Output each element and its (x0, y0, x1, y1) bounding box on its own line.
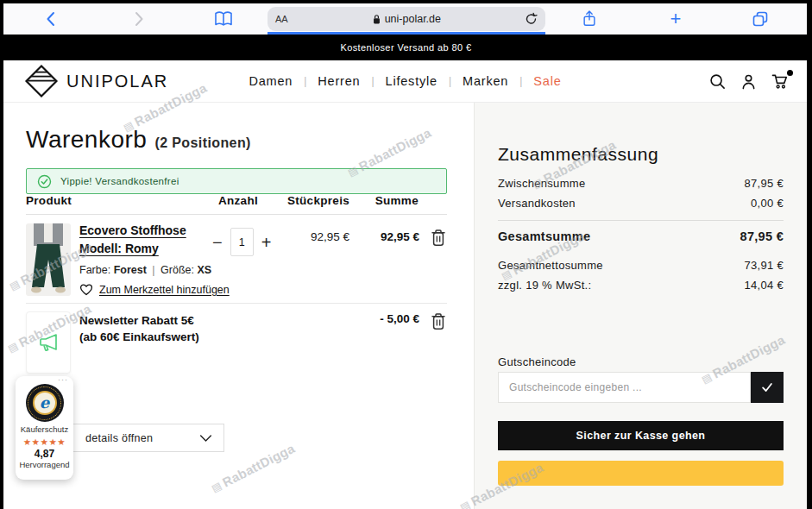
cart-icon[interactable] (771, 72, 790, 90)
attr-color-value: Forest (114, 264, 147, 276)
browser-toolbar: AA uni-polar.de + (3, 3, 807, 35)
grand-total-row: Gesamtsumme 87,95 € (498, 229, 784, 243)
shipping-row: Versandkosten 0,00 € (498, 197, 784, 210)
remove-item-icon[interactable] (430, 229, 447, 251)
cart-table-header: Produkt Anzahl Stückpreis Summe (26, 194, 447, 215)
cart-position-count: (2 Positionen) (154, 135, 250, 151)
item-sum: 92,95 € (361, 230, 419, 243)
vat-value: 14,04 € (745, 279, 784, 292)
paypal-button[interactable] (498, 461, 784, 486)
share-icon[interactable] (575, 3, 604, 35)
add-to-wishlist-link[interactable]: Zum Merkzettel hinzufügen (79, 283, 230, 296)
shipping-value: 0,00 € (751, 197, 784, 210)
account-icon[interactable] (740, 73, 757, 90)
badge-grade: Hervorragend (16, 460, 73, 469)
checkout-button[interactable]: Sicher zur Kasse gehen (498, 421, 784, 450)
badge-score: 4,87 (16, 448, 73, 460)
heart-icon (79, 283, 93, 296)
discount-image (26, 311, 71, 374)
cart-badge-dot (787, 70, 793, 76)
discount-item-row: Newsletter Rabatt 5€ (ab 60€ Einkaufswer… (26, 310, 447, 374)
voucher-form (498, 372, 784, 403)
reader-mode-button[interactable]: AA (275, 14, 288, 24)
wishlist-label: Zum Merkzettel hinzufügen (99, 284, 230, 296)
summary-title: Zusammenfassung (498, 144, 658, 165)
net-total-row: Gesamtnettosumme 73,91 € (498, 259, 784, 272)
nav-item-sale[interactable]: Sale (533, 74, 561, 88)
badge-service-label: Käuferschutz (16, 424, 73, 434)
screenshot-root: AA uni-polar.de + Kostenloser Versand ab… (0, 0, 812, 509)
page-title: Warenkorb (26, 126, 147, 154)
net-total-value: 73,91 € (745, 259, 784, 272)
remove-discount-icon[interactable] (430, 312, 447, 335)
badge-menu-dots[interactable]: ··· (58, 375, 68, 384)
column-unit-price: Stückpreis (280, 194, 349, 207)
free-shipping-alert: Yippie! Versandkostenfrei (26, 168, 447, 194)
nav-item-damen[interactable]: Damen (249, 74, 293, 88)
quantity-decrease-button[interactable]: − (212, 234, 223, 251)
badge-stars: ★★★★★ (16, 437, 73, 447)
bookmarks-icon[interactable] (209, 3, 238, 35)
url-bar[interactable]: AA uni-polar.de (268, 7, 545, 31)
new-tab-icon[interactable]: + (661, 3, 690, 35)
attr-size-value: XS (197, 264, 211, 276)
megaphone-icon (38, 333, 59, 352)
promo-bar: Kostenloser Versand ab 80 € (0, 35, 812, 60)
chevron-down-icon (199, 434, 212, 443)
column-product: Produkt (26, 194, 72, 207)
product-attributes: Farbe: Forest | Größe: XS (79, 264, 211, 276)
product-title-line1[interactable]: Ecovero Stoffhose (79, 222, 186, 240)
voucher-submit-button[interactable] (751, 372, 784, 403)
summary-divider (498, 220, 784, 221)
grand-total-value: 87,95 € (740, 229, 784, 243)
page-title-row: Warenkorb (2 Positionen) (26, 126, 251, 154)
column-sum: Summe (358, 194, 419, 207)
quantity-stepper: − 1 + (212, 228, 271, 256)
summary-sidebar: Zusammenfassung Zwischensumme 87,95 € Ve… (474, 103, 807, 509)
checkmark-icon (760, 380, 774, 394)
header-icons (709, 60, 790, 102)
subtotal-value: 87,95 € (745, 177, 784, 190)
voucher-label: Gutscheincode (498, 355, 576, 368)
product-image[interactable] (26, 223, 71, 296)
discount-sum: - 5,00 € (361, 312, 419, 325)
nav-item-lifestyle[interactable]: Lifestyle (386, 74, 437, 88)
check-circle-icon (37, 174, 52, 189)
column-quantity: Anzahl (204, 194, 273, 207)
main-nav: Damen | Herren | Lifestyle | Marken | Sa… (3, 60, 807, 102)
promo-text: Kostenloser Versand ab 80 € (340, 42, 471, 53)
main-content: Warenkorb (2 Positionen) Yippie! Versand… (3, 103, 807, 509)
quantity-increase-button[interactable]: + (261, 234, 272, 251)
trusted-shops-seal-icon: e (26, 384, 64, 422)
tabs-icon[interactable] (746, 3, 775, 35)
forward-icon[interactable] (124, 3, 154, 35)
details-toggle-label: details öffnen (85, 432, 153, 444)
lock-icon (372, 14, 381, 25)
nav-item-herren[interactable]: Herren (318, 74, 360, 88)
free-shipping-text: Yippie! Versandkostenfrei (60, 176, 179, 186)
site-header: UNIPOLAR Damen | Herren | Lifestyle | Ma… (3, 60, 807, 103)
voucher-input[interactable] (498, 372, 751, 403)
discount-title: Newsletter Rabatt 5€ (ab 60€ Einkaufswer… (79, 312, 199, 345)
subtotal-row: Zwischensumme 87,95 € (498, 177, 784, 190)
reload-icon[interactable] (525, 12, 538, 26)
item-unit-price: 92,95 € (285, 230, 349, 243)
product-title-line2[interactable]: Modell: Romy (79, 240, 186, 258)
quantity-input[interactable]: 1 (230, 228, 254, 256)
trusted-shops-badge[interactable]: ··· e Käuferschutz ★★★★★ 4,87 Hervorrage… (16, 376, 73, 480)
search-icon[interactable] (709, 73, 726, 90)
url-text: uni-polar.de (288, 13, 525, 25)
nav-item-marken[interactable]: Marken (463, 74, 508, 88)
cart-item-row: Ecovero Stoffhose Modell: Romy Farbe: Fo… (26, 217, 447, 304)
back-icon[interactable] (36, 3, 66, 35)
vat-row: zzgl. 19 % MwSt.: 14,04 € (498, 279, 784, 292)
product-title: Ecovero Stoffhose Modell: Romy (79, 222, 186, 258)
